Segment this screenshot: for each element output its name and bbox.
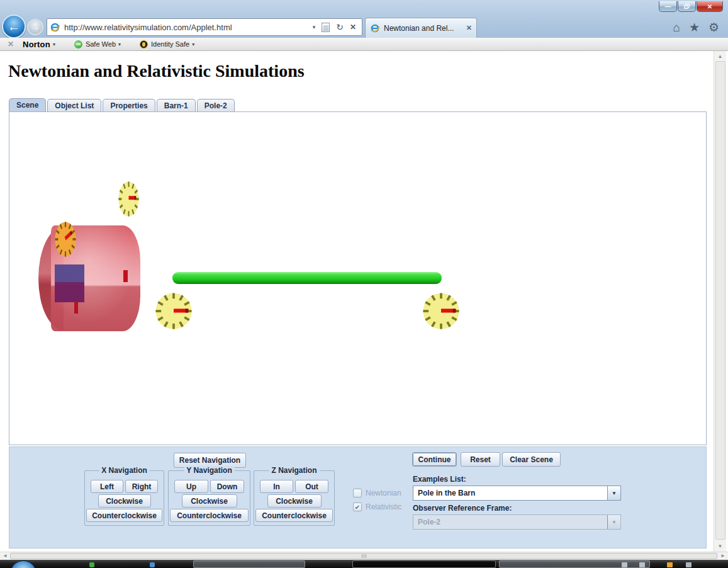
relativistic-checkbox-box: ✔ (353, 503, 362, 511)
examples-list-value: Pole in the Barn (413, 486, 607, 500)
start-button[interactable] (10, 560, 36, 568)
tab-favicon-icon (370, 23, 380, 33)
x-clockwise-button[interactable]: Clockwise (98, 494, 151, 508)
clock-barn-icon (54, 220, 77, 258)
examples-list-combobox[interactable]: Pole in the Barn ▼ (413, 486, 621, 501)
forward-button[interactable]: → (27, 19, 43, 35)
identity-safe-badge-icon (140, 40, 148, 48)
identity-caret-icon: ▾ (192, 42, 194, 47)
norton-toolbar: ✕ Norton ▾ OK Safe Web ▾ Identity Safe ▾ (0, 38, 728, 51)
tab-properties[interactable]: Properties (103, 99, 155, 111)
url-dropdown-icon[interactable]: ▾ (313, 24, 316, 30)
vertical-scrollbar-thumb[interactable] (715, 61, 725, 540)
barn-side-marker (123, 270, 128, 282)
x-navigation-title: X Navigation (99, 466, 150, 475)
horizontal-scrollbar[interactable]: ◄ ► (0, 552, 728, 560)
observer-combo-arrow-icon: ▼ (607, 515, 620, 529)
taskbar-icon[interactable] (89, 562, 94, 567)
relativistic-checkbox-label: Relativistic (366, 503, 401, 511)
forward-icon: → (31, 23, 40, 32)
clock-pole-right-icon (422, 292, 461, 331)
tab-object-list[interactable]: Object List (47, 99, 101, 111)
y-up-button[interactable]: Up (174, 480, 208, 493)
clock-pole-left-icon (154, 292, 193, 331)
z-clockwise-button[interactable]: Clockwise (267, 494, 322, 508)
horizontal-scrollbar-thumb[interactable] (10, 553, 717, 559)
scroll-down-arrow-icon[interactable]: ▼ (714, 543, 726, 549)
x-counterclockwise-button[interactable]: Counterclockwise (86, 509, 162, 522)
vertical-scrollbar[interactable]: ▲ ▼ (714, 51, 726, 552)
safeweb-caret-icon: ▾ (118, 42, 121, 47)
browser-tab[interactable]: Newtonian and Rel... ✕ (365, 18, 477, 38)
toolbar-icons: ⌂ ★ ⚙ (673, 21, 719, 35)
taskbar-window-button-active[interactable] (352, 560, 496, 568)
norton-close-icon[interactable]: ✕ (8, 40, 14, 48)
applet-tab-bar: Scene Object List Properties Barn-1 Pole… (9, 99, 236, 111)
taskbar-icon[interactable] (150, 562, 155, 567)
examples-combo-arrow-icon[interactable]: ▼ (607, 486, 620, 500)
tools-gear-icon[interactable]: ⚙ (708, 21, 719, 35)
ie-favicon (50, 22, 60, 33)
y-counterclockwise-button[interactable]: Counterclockwise (170, 509, 249, 522)
page-content: Newtonian and Relativistic Simulations S… (0, 51, 714, 552)
controls-panel: Reset Navigation X Navigation Left Right… (9, 446, 707, 548)
clock-top-icon (118, 180, 140, 218)
observer-frame-value: Pole-2 (413, 515, 607, 529)
refresh-icon[interactable]: ↻ (336, 22, 344, 32)
newtonian-checkbox-label: Newtonian (366, 489, 401, 497)
barn-door-handle (74, 301, 78, 314)
x-left-button[interactable]: Left (91, 480, 123, 493)
url-field[interactable]: http://www.relativitysimulation.com/Appl… (47, 18, 362, 36)
minimize-button[interactable]: — (659, 1, 677, 12)
maximize-button[interactable] (678, 1, 696, 12)
x-right-button[interactable]: Right (125, 480, 158, 493)
tray-icon[interactable] (622, 562, 627, 567)
observer-frame-label: Observer Reference Frame: (413, 504, 512, 513)
windows-taskbar (0, 560, 728, 568)
scroll-right-arrow-icon[interactable]: ► (720, 553, 725, 559)
y-clockwise-button[interactable]: Clockwise (182, 494, 237, 508)
favorites-icon[interactable]: ★ (689, 21, 700, 35)
close-icon: ✕ (707, 3, 712, 10)
scroll-up-arrow-icon[interactable]: ▲ (714, 54, 726, 59)
continue-button[interactable]: Continue (412, 452, 457, 467)
barn-door (55, 264, 84, 302)
clear-scene-button[interactable]: Clear Scene (502, 452, 561, 467)
tab-close-icon[interactable]: ✕ (466, 24, 472, 32)
browser-chrome: — ✕ ← → http://www.relativitysimulation.… (0, 0, 728, 38)
reset-button[interactable]: Reset (461, 452, 500, 467)
compatibility-view-icon[interactable] (322, 23, 330, 32)
tray-icon[interactable] (686, 562, 692, 567)
tray-icon[interactable] (667, 562, 673, 567)
safeweb-menu[interactable]: Safe Web (86, 40, 116, 48)
z-out-button[interactable]: Out (295, 480, 328, 493)
relativistic-checkbox: ✔ Relativistic (353, 503, 401, 511)
tab-scene[interactable]: Scene (9, 98, 46, 111)
norton-menu[interactable]: Norton (23, 40, 50, 49)
y-down-button[interactable]: Down (210, 480, 244, 493)
newtonian-checkbox: Newtonian (353, 489, 401, 497)
newtonian-checkbox-box (353, 489, 362, 497)
identity-safe-menu[interactable]: Identity Safe (151, 40, 189, 48)
tab-barn-1[interactable]: Barn-1 (157, 99, 196, 111)
stop-icon[interactable]: ✕ (350, 23, 356, 31)
z-in-button[interactable]: In (260, 480, 293, 493)
scene-canvas (9, 111, 707, 445)
back-button[interactable]: ← (2, 14, 26, 38)
close-button[interactable]: ✕ (697, 1, 723, 12)
home-icon[interactable]: ⌂ (673, 21, 680, 35)
tab-pole-2[interactable]: Pole-2 (197, 99, 235, 111)
taskbar-window-button[interactable] (193, 560, 305, 568)
z-counterclockwise-button[interactable]: Counterclockwise (255, 509, 333, 522)
tray-icon[interactable] (639, 562, 645, 567)
safeweb-badge-icon: OK (74, 40, 82, 48)
maximize-icon (684, 4, 690, 9)
y-navigation-title: Y Navigation (184, 466, 234, 475)
pole (172, 272, 442, 284)
x-navigation-group: X Navigation Left Right Clockwise Counte… (84, 470, 164, 526)
taskbar-window-button[interactable] (499, 560, 650, 568)
z-navigation-title: Z Navigation (269, 466, 319, 475)
scroll-left-arrow-icon[interactable]: ◄ (3, 553, 8, 559)
y-navigation-group: Y Navigation Up Down Clockwise Countercl… (168, 470, 250, 526)
back-icon: ← (8, 20, 20, 34)
